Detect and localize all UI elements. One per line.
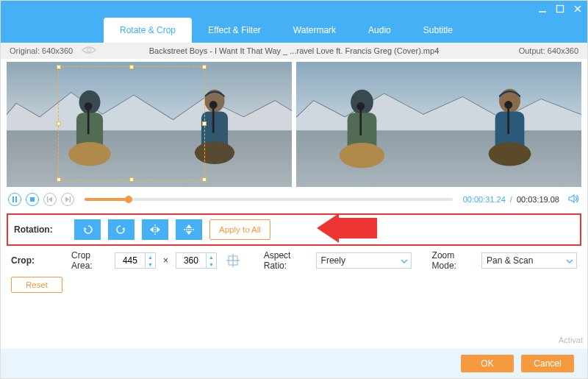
rotation-label: Rotation:	[14, 224, 67, 235]
time-current: 00:00:31.24	[463, 195, 506, 204]
tab-rotate-crop[interactable]: Rotate & Crop	[104, 18, 192, 43]
ok-button[interactable]: OK	[461, 355, 514, 372]
eye-icon[interactable]	[82, 46, 96, 56]
chevron-up-icon[interactable]: ▲	[146, 253, 155, 261]
svg-point-9	[84, 102, 92, 110]
flip-vertical-button[interactable]	[176, 219, 202, 240]
svg-point-24	[505, 101, 513, 109]
watermark-text: Activat	[559, 336, 583, 344]
crosshair-icon[interactable]	[224, 252, 242, 269]
aspect-ratio-value: Freely	[321, 255, 345, 266]
svg-rect-25	[12, 196, 14, 202]
rotate-right-button[interactable]	[108, 219, 135, 240]
chevron-down-icon[interactable]: ▼	[146, 261, 155, 268]
chevron-down-icon[interactable]: ▼	[207, 261, 216, 268]
prev-button[interactable]	[43, 193, 57, 206]
time-sep: /	[510, 195, 512, 204]
times-label: ×	[163, 255, 168, 266]
zoom-mode-select[interactable]: Pan & Scan	[481, 252, 577, 269]
svg-point-19	[356, 102, 365, 110]
original-preview[interactable]	[7, 62, 292, 187]
rotate-left-button[interactable]	[74, 219, 101, 240]
rotation-section: Rotation: Apply to All	[7, 213, 581, 246]
volume-icon[interactable]	[568, 194, 580, 205]
aspect-ratio-select[interactable]: Freely	[316, 252, 412, 269]
close-icon[interactable]	[573, 4, 583, 14]
svg-point-20	[500, 88, 521, 113]
tab-subtitle[interactable]: Subtitle	[407, 18, 469, 43]
svg-point-7	[68, 142, 111, 166]
footer: OK Cancel	[1, 349, 587, 378]
crop-height-input[interactable]	[176, 255, 206, 266]
filename-label: Backstreet Boys - I Want It That Way _ .…	[149, 46, 440, 55]
preview-row	[1, 59, 587, 190]
chevron-down-icon	[401, 255, 408, 266]
chevron-down-icon	[566, 255, 573, 266]
pause-button[interactable]	[8, 193, 21, 206]
svg-rect-1	[557, 6, 564, 13]
stop-button[interactable]	[26, 193, 39, 206]
flip-horizontal-button[interactable]	[142, 219, 168, 240]
svg-point-15	[351, 89, 373, 114]
aspect-ratio-label: Aspect Ratio:	[264, 250, 309, 271]
svg-point-5	[79, 90, 100, 114]
svg-point-17	[340, 142, 384, 167]
time-total: 00:03:19.08	[517, 195, 559, 204]
tab-audio[interactable]: Audio	[352, 18, 407, 43]
playback-bar: 00:00:31.24/00:03:19.08	[1, 190, 587, 209]
cancel-button[interactable]: Cancel	[521, 355, 574, 372]
crop-width-input[interactable]	[115, 255, 145, 266]
svg-rect-28	[47, 196, 49, 202]
svg-point-22	[489, 142, 531, 166]
tab-watermark[interactable]: Watermark	[277, 18, 352, 43]
original-dims: Original: 640x360	[10, 46, 73, 55]
seek-bar[interactable]	[85, 198, 453, 201]
crop-area-label: Crop Area:	[71, 250, 107, 271]
tab-effect-filter[interactable]: Effect & Filter	[192, 18, 277, 43]
svg-point-4	[87, 49, 91, 52]
maximize-icon[interactable]	[555, 4, 565, 14]
output-preview	[296, 62, 581, 187]
svg-rect-27	[30, 197, 35, 202]
crop-section: Crop: Crop Area: ▲▼ × ▲▼ Aspect Ratio: F…	[1, 247, 587, 274]
zoom-mode-label: Zoom Mode:	[432, 250, 474, 271]
minimize-icon[interactable]	[537, 4, 548, 14]
crop-label: Crop:	[11, 255, 64, 266]
svg-rect-26	[15, 196, 17, 202]
tab-bar: Rotate & Crop Effect & Filter Watermark …	[1, 17, 587, 43]
chevron-up-icon[interactable]: ▲	[207, 253, 216, 261]
crop-height-stepper[interactable]: ▲▼	[176, 252, 217, 269]
svg-rect-29	[70, 196, 71, 202]
reset-button[interactable]: Reset	[11, 277, 62, 293]
apply-to-all-button[interactable]: Apply to All	[209, 219, 270, 240]
next-button[interactable]	[61, 193, 74, 206]
callout-arrow-icon	[317, 213, 377, 246]
zoom-mode-value: Pan & Scan	[487, 255, 533, 266]
info-bar: Original: 640x360 Backstreet Boys - I Wa…	[1, 43, 587, 59]
crop-width-stepper[interactable]: ▲▼	[115, 252, 156, 269]
output-dims: Output: 640x360	[519, 46, 578, 55]
titlebar	[1, 1, 587, 17]
